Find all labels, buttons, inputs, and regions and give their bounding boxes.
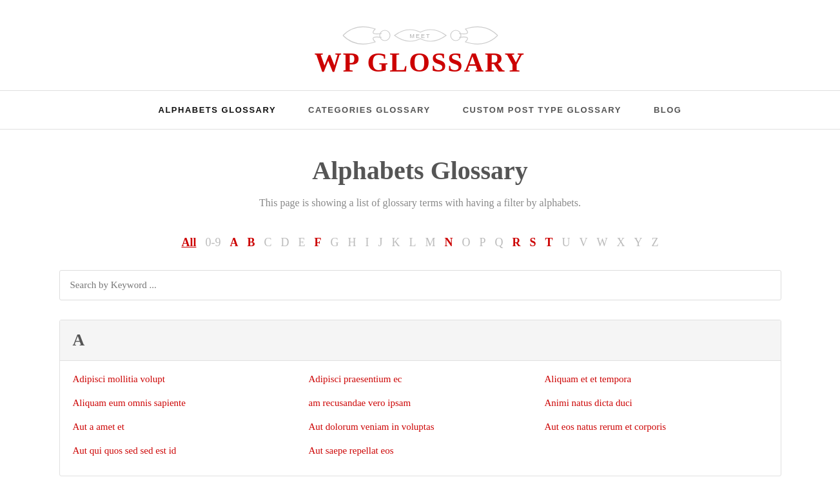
- alpha-c[interactable]: C: [261, 235, 274, 251]
- svg-point-0: [380, 30, 390, 41]
- alpha-l[interactable]: L: [407, 235, 419, 251]
- alpha-s[interactable]: S: [527, 235, 539, 251]
- alpha-w[interactable]: W: [594, 235, 610, 251]
- alpha-m[interactable]: M: [423, 235, 438, 251]
- page-description: This page is showing a list of glossary …: [59, 197, 781, 209]
- term-link[interactable]: Aut saepe repellat eos: [309, 439, 532, 463]
- alpha-x[interactable]: X: [614, 235, 628, 251]
- search-input[interactable]: [59, 270, 781, 300]
- alpha-z[interactable]: Z: [649, 235, 661, 251]
- alpha-n[interactable]: N: [442, 235, 456, 251]
- alphabet-filter: All 0-9 A B C D E F G H I J K L M N O P …: [59, 235, 781, 251]
- main-nav: ALPHABETS GLOSSARY CATEGORIES GLOSSARY C…: [0, 91, 840, 130]
- nav-item-categories[interactable]: CATEGORIES GLOSSARY: [308, 105, 431, 115]
- alpha-y[interactable]: Y: [632, 235, 645, 251]
- alpha-f[interactable]: F: [311, 235, 324, 251]
- alpha-r[interactable]: R: [510, 235, 523, 251]
- alpha-i[interactable]: I: [362, 235, 371, 251]
- alpha-v[interactable]: V: [577, 235, 591, 251]
- term-link[interactable]: Aut dolorum veniam in voluptas: [309, 415, 532, 439]
- terms-grid-a: Adipisci mollitia volupt Adipisci praese…: [60, 361, 781, 476]
- term-link[interactable]: Aliquam et et tempora: [545, 367, 768, 391]
- site-logo-title: WP GLOSSARY: [13, 48, 827, 77]
- term-link[interactable]: Adipisci praesentium ec: [309, 367, 532, 391]
- alpha-t[interactable]: T: [543, 235, 556, 251]
- alpha-q[interactable]: Q: [493, 235, 506, 251]
- alpha-h[interactable]: H: [345, 235, 358, 251]
- term-link[interactable]: Aut qui quos sed sed est id: [73, 439, 296, 463]
- site-header: MEET WP GLOSSARY: [0, 0, 840, 91]
- term-link[interactable]: Aut a amet et: [73, 415, 296, 439]
- alpha-a[interactable]: A: [227, 235, 240, 251]
- alpha-o[interactable]: O: [460, 235, 473, 251]
- alpha-b[interactable]: B: [244, 235, 257, 251]
- term-link[interactable]: Aut eos natus rerum et corporis: [545, 415, 768, 439]
- term-link[interactable]: am recusandae vero ipsam: [309, 391, 532, 415]
- term-link[interactable]: Adipisci mollitia volupt: [73, 367, 296, 391]
- alpha-e[interactable]: E: [295, 235, 308, 251]
- alpha-g[interactable]: G: [327, 235, 341, 251]
- letter-header-a: A: [60, 320, 781, 361]
- term-link[interactable]: Aliquam eum omnis sapiente: [73, 391, 296, 415]
- alpha-09[interactable]: 0-9: [202, 235, 223, 251]
- letter-section-a: A Adipisci mollitia volupt Adipisci prae…: [59, 320, 781, 476]
- alpha-j[interactable]: J: [375, 235, 385, 251]
- alpha-p[interactable]: P: [477, 235, 489, 251]
- main-content: Alphabets Glossary This page is showing …: [46, 130, 794, 502]
- alpha-u[interactable]: U: [560, 235, 573, 251]
- svg-text:MEET: MEET: [409, 33, 431, 39]
- logo-ornament: MEET: [13, 19, 827, 52]
- nav-item-custom-post-type[interactable]: CUSTOM POST TYPE GLOSSARY: [463, 105, 621, 115]
- nav-item-alphabets[interactable]: ALPHABETS GLOSSARY: [159, 105, 277, 115]
- alpha-all[interactable]: All: [179, 235, 199, 251]
- nav-item-blog[interactable]: BLOG: [654, 105, 682, 115]
- page-title: Alphabets Glossary: [59, 155, 781, 186]
- alpha-k[interactable]: K: [389, 235, 403, 251]
- svg-point-1: [451, 30, 461, 41]
- alpha-d[interactable]: D: [278, 235, 291, 251]
- term-link[interactable]: Animi natus dicta duci: [545, 391, 768, 415]
